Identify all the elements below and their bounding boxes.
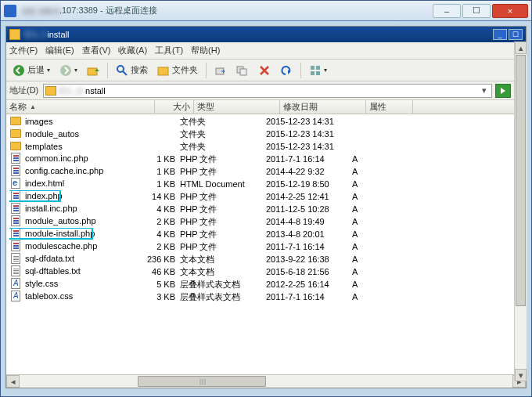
file-name: index.php xyxy=(25,191,63,200)
file-row[interactable]: config.cache.inc.php1 KBPHP 文件2014-4-22 … xyxy=(6,165,526,178)
file-name: install.inc.php xyxy=(25,204,77,213)
close-button[interactable]: × xyxy=(492,4,528,18)
file-row[interactable]: modulescache.php2 KBPHP 文件2011-7-1 16:14… xyxy=(6,240,526,253)
maximize-button[interactable]: ☐ xyxy=(462,4,491,18)
go-button[interactable] xyxy=(495,84,511,98)
explorer-minimize-button[interactable]: _ xyxy=(493,29,507,40)
scroll-thumb[interactable] xyxy=(138,376,266,387)
scroll-left-button[interactable]: ◂ xyxy=(6,375,20,388)
file-name: module-install.php xyxy=(25,229,95,238)
file-date: 2012-2-25 16:14 xyxy=(266,280,352,289)
address-dropdown-icon[interactable]: ▾ xyxy=(479,85,490,96)
undo-icon xyxy=(280,64,293,77)
file-attr: A xyxy=(352,179,399,189)
menu-bar: 文件(F) 编辑(E) 查看(V) 收藏(A) 工具(T) 帮助(H) xyxy=(6,42,526,60)
file-name-cell: config.cache.inc.php xyxy=(9,165,141,178)
column-attributes[interactable]: 属性 xyxy=(366,100,413,114)
views-button[interactable]: ▾ xyxy=(306,63,330,78)
file-size: 4 KB xyxy=(141,229,180,239)
explorer-maximize-button[interactable]: ☐ xyxy=(509,29,523,40)
file-date: 2011-12-5 10:28 xyxy=(266,204,352,214)
minimize-button[interactable]: – xyxy=(433,4,461,18)
file-size: 1 KB xyxy=(141,167,180,176)
file-attr: A xyxy=(352,204,399,214)
html-icon xyxy=(9,178,22,189)
file-row[interactable]: module_autos.php2 KBPHP 文件2014-4-8 19:49… xyxy=(6,215,526,228)
file-type: PHP 文件 xyxy=(180,153,266,165)
file-attr: A xyxy=(352,267,399,276)
up-button[interactable] xyxy=(84,63,102,78)
horizontal-scrollbar[interactable]: ◂ ▸ xyxy=(6,374,526,388)
column-name[interactable]: 名称▲ xyxy=(6,100,155,114)
file-row[interactable]: templates文件夹2015-12-23 14:31 xyxy=(6,140,526,153)
menu-help[interactable]: 帮助(H) xyxy=(191,45,220,56)
scroll-track[interactable] xyxy=(515,55,527,369)
search-button[interactable]: 搜索 xyxy=(113,63,151,78)
svg-rect-10 xyxy=(316,66,320,70)
file-row[interactable]: images文件夹2015-12-23 14:31 xyxy=(6,115,526,128)
file-list[interactable]: images文件夹2015-12-23 14:31module_autos文件夹… xyxy=(6,115,526,374)
undo-button[interactable] xyxy=(277,63,296,78)
sort-asc-icon: ▲ xyxy=(30,103,36,110)
file-name: module_autos.php xyxy=(25,216,96,226)
file-type: 层叠样式表文档 xyxy=(180,279,266,291)
folder-up-icon xyxy=(87,64,99,77)
folder-icon xyxy=(45,86,56,96)
rdp-vertical-scrollbar[interactable]: ▴ ▾ xyxy=(514,42,527,381)
copy-to-button[interactable] xyxy=(233,63,252,78)
file-row[interactable]: index.html1 KBHTML Document2015-12-19 8:… xyxy=(6,178,526,190)
move-to-button[interactable] xyxy=(211,63,230,78)
file-name: images xyxy=(25,117,52,126)
file-type: 文件夹 xyxy=(180,128,266,140)
rdp-title-text: .107:3389 - 远程桌面连接 xyxy=(59,5,157,16)
file-size: 14 KB xyxy=(141,192,180,201)
explorer-titlebar[interactable]: C:\...\ install _ ☐ xyxy=(6,27,526,42)
back-button[interactable]: 后退 ▾ xyxy=(9,63,53,78)
file-attr: A xyxy=(352,192,399,201)
file-name: sql-dftables.txt xyxy=(25,266,81,276)
folder-icon xyxy=(9,116,22,127)
file-row[interactable]: common.inc.php1 KBPHP 文件2011-7-1 16:14A xyxy=(6,153,526,165)
scroll-up-button[interactable]: ▴ xyxy=(515,42,527,54)
menu-view[interactable]: 查看(V) xyxy=(82,45,111,56)
menu-tools[interactable]: 工具(T) xyxy=(155,45,183,56)
scroll-thumb[interactable] xyxy=(516,55,526,306)
column-date[interactable]: 修改日期 xyxy=(280,100,366,114)
file-size: 2 KB xyxy=(141,217,180,226)
file-row[interactable]: install.inc.php4 KBPHP 文件2011-12-5 10:28… xyxy=(6,203,526,215)
css-icon xyxy=(9,291,22,301)
menu-favorites[interactable]: 收藏(A) xyxy=(118,45,147,56)
file-row[interactable]: module-install.php4 KBPHP 文件2013-4-8 20:… xyxy=(6,228,526,240)
file-name-cell: tablebox.css xyxy=(9,291,141,303)
file-row[interactable]: tablebox.css3 KB层叠样式表文档2011-7-1 16:14A xyxy=(6,291,526,303)
scroll-down-button[interactable]: ▾ xyxy=(515,369,527,381)
file-name: index.html xyxy=(25,179,64,188)
column-size[interactable]: 大小 xyxy=(155,100,194,114)
address-input[interactable]: C:\...\i nstall ▾ xyxy=(43,84,492,98)
file-name-cell: common.inc.php xyxy=(9,153,141,165)
menu-edit[interactable]: 编辑(E) xyxy=(45,45,74,56)
scroll-track[interactable] xyxy=(20,375,512,388)
file-name-cell: index.php xyxy=(9,190,141,203)
file-attr: A xyxy=(352,254,399,264)
file-row[interactable]: index.php14 KBPHP 文件2014-2-25 12:41A xyxy=(6,190,526,203)
menu-file[interactable]: 文件(F) xyxy=(9,45,38,56)
file-attr: A xyxy=(352,167,399,176)
rdp-titlebar[interactable]: 192.168.0 .107:3389 - 远程桌面连接 – ☐ × xyxy=(1,1,531,21)
file-date: 2015-12-23 14:31 xyxy=(266,142,352,151)
forward-button[interactable]: ▾ xyxy=(56,63,81,78)
file-type: 文本文档 xyxy=(180,266,266,278)
file-row[interactable]: sql-dfdata.txt236 KB文本文档2013-9-22 16:38A xyxy=(6,253,526,265)
file-row[interactable]: module_autos文件夹2015-12-23 14:31 xyxy=(6,128,526,140)
folder-icon xyxy=(9,141,22,152)
file-attr: A xyxy=(352,217,399,226)
delete-button[interactable] xyxy=(255,63,274,78)
folders-button[interactable]: 文件夹 xyxy=(154,63,201,78)
file-date: 2011-7-1 16:14 xyxy=(266,242,352,251)
file-name-cell: style.css xyxy=(9,278,141,291)
file-row[interactable]: style.css5 KB层叠样式表文档2012-2-25 16:14A xyxy=(6,278,526,291)
file-name-cell: modulescache.php xyxy=(9,240,141,253)
svg-line-4 xyxy=(123,71,127,75)
column-type[interactable]: 类型 xyxy=(194,100,280,114)
file-row[interactable]: sql-dftables.txt46 KB文本文档2015-6-18 21:56… xyxy=(6,265,526,278)
